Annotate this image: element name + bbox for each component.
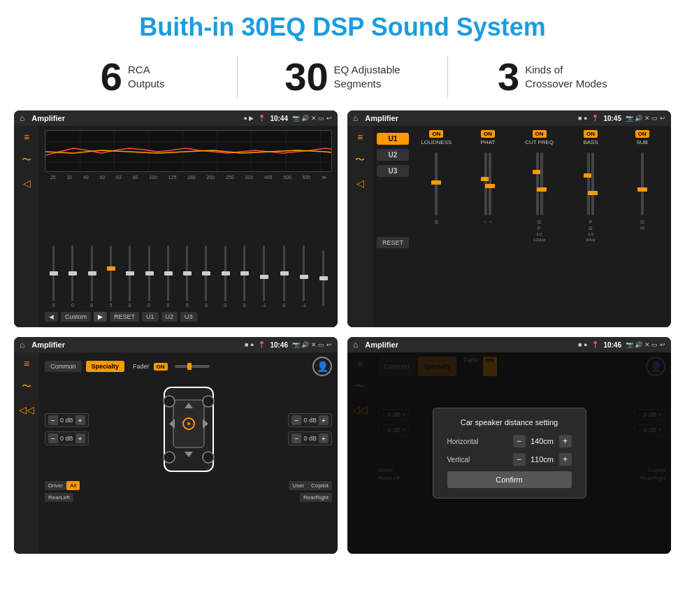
amp2-cutfreq-channel: ON CUT FREQ G F [514, 130, 564, 323]
amp2-u3-btn[interactable]: U3 [377, 165, 409, 177]
vol-rl-val: 0 dB [60, 435, 73, 442]
amp2-vol-icon[interactable]: ◁ [356, 178, 364, 189]
fader-tab-specialty[interactable]: Specialty [86, 361, 125, 372]
home-icon-4[interactable]: ⌂ [353, 340, 358, 350]
amp2-wave-icon[interactable]: 〜 [355, 154, 365, 166]
status-icons-3: 📷 🔊 ✕ ▭ ↩ [292, 341, 332, 348]
horizontal-label: Horizontal [447, 438, 489, 445]
eq-slider-6: 0 [166, 245, 169, 308]
vertical-minus-btn[interactable]: − [513, 453, 526, 466]
status-bar-2: ⌂ Amplifier ■ ● 📍 10:45 📷 🔊 ✕ ▭ ↩ [347, 110, 671, 126]
eq-u3-btn[interactable]: U3 [180, 312, 197, 322]
vol-rr-plus[interactable]: + [319, 434, 329, 443]
stat-label-crossover-2: Crossover Modes [525, 77, 607, 91]
driver-btn[interactable]: Driver [45, 481, 66, 490]
vertical-plus-btn[interactable]: + [559, 453, 572, 466]
svg-point-9 [203, 396, 214, 407]
amp2-bass-channel: ON BASS F G 3 [566, 130, 616, 323]
location-icon-4: 📍 [591, 341, 599, 348]
eq-slider-0: 0 [52, 245, 55, 308]
screen1-indicators: ● ▶ [243, 115, 254, 122]
dialog-screen-content: ≡ 〜 ◁◁ Common Specialty Fader ON 👤 [347, 352, 671, 554]
home-icon-2[interactable]: ⌂ [353, 113, 358, 123]
status-icons-2: 📷 🔊 ✕ ▭ ↩ [626, 115, 665, 122]
amp2-loudness-channel: ON LOUDNESS G [412, 130, 461, 323]
sub-slider-1[interactable] [641, 152, 644, 215]
cutfreq-slider-1[interactable] [536, 152, 539, 215]
vol-fr-val: 0 dB [303, 417, 317, 424]
eq-slider-9: 0 [224, 245, 226, 308]
vol-rl-minus[interactable]: − [48, 434, 58, 443]
eq-slider-10: 0 [243, 245, 246, 308]
loudness-controls [435, 150, 438, 218]
vol-rr-minus[interactable]: − [291, 434, 301, 443]
rearright-btn[interactable]: RearRight [300, 493, 332, 502]
stat-label-crossover-1: Kinds of [525, 63, 607, 77]
bass-slider-2[interactable] [591, 152, 594, 215]
vol-fr-minus[interactable]: − [291, 415, 301, 425]
amp2-eq-icon[interactable]: ≡ [357, 131, 363, 143]
vol-rl-plus[interactable]: + [75, 434, 85, 443]
page-title: Buith-in 30EQ DSP Sound System [0, 0, 685, 49]
rearleft-btn[interactable]: RearLeft [45, 493, 73, 502]
fader-wave-icon[interactable]: 〜 [22, 380, 31, 393]
bass-controls [587, 150, 594, 218]
stat-rca: 6 RCA Outputs [42, 57, 223, 96]
loudness-on-badge: ON [429, 130, 443, 138]
vol-box-fr: − 0 dB + [288, 413, 332, 427]
fader-slider[interactable] [175, 365, 210, 368]
screen2-time: 10:45 [603, 115, 621, 122]
eq-custom-btn[interactable]: Custom [61, 312, 91, 322]
eq-u1-btn[interactable]: U1 [142, 312, 159, 322]
eq-icon[interactable]: ≡ [24, 131, 29, 143]
eq-bottom-bar: ◀ Custom ▶ RESET U1 U2 U3 [45, 309, 332, 323]
bass-on-badge: ON [584, 130, 598, 138]
eq-prev-btn[interactable]: ◀ [45, 312, 58, 322]
amp2-u2-btn[interactable]: U2 [377, 149, 409, 161]
confirm-btn[interactable]: Confirm [447, 471, 572, 488]
fader-tab-common[interactable]: Common [45, 361, 82, 372]
user-btn[interactable]: User [289, 481, 308, 490]
eq-play-btn[interactable]: ▶ [94, 312, 107, 322]
volume-icon[interactable]: ◁ [23, 178, 31, 189]
vol-fl-plus[interactable]: + [75, 415, 85, 425]
fader-side-icons: ≡ 〜 ◁◁ [14, 352, 39, 554]
horizontal-plus-btn[interactable]: + [559, 435, 572, 447]
stat-crossover: 3 Kinds of Crossover Modes [462, 57, 643, 96]
horizontal-minus-btn[interactable]: − [513, 435, 526, 447]
all-btn[interactable]: All [66, 481, 80, 490]
status-icons-1: 📷 🔊 ✕ ▭ ↩ [292, 115, 332, 122]
status-bar-4: ⌂ Amplifier ■ ● 📍 10:46 📷 🔊 ✕ ▭ ↩ [347, 337, 671, 352]
status-icons-4: 📷 🔊 ✕ ▭ ↩ [626, 341, 665, 348]
right-vol-controls: − 0 dB + − 0 dB + [288, 380, 332, 478]
svg-point-3 [187, 422, 190, 425]
horizontal-row: Horizontal − 140cm + [447, 435, 572, 447]
location-icon-2: 📍 [591, 115, 599, 122]
eq-u2-btn[interactable]: U2 [161, 312, 178, 322]
eq-reset-btn[interactable]: RESET [110, 312, 139, 322]
fader-eq-icon[interactable]: ≡ [24, 358, 29, 369]
fader-top-row: Common Specialty Fader ON 👤 [45, 357, 332, 376]
loudness-slider[interactable] [435, 152, 438, 215]
vertical-label: Vertical [447, 456, 489, 464]
screen1-time: 10:44 [270, 115, 288, 122]
copilot-btn[interactable]: Copilot [308, 481, 332, 490]
home-icon-1[interactable]: ⌂ [20, 113, 24, 123]
cutfreq-controls [536, 150, 543, 218]
stat-number-crossover: 3 [498, 57, 519, 96]
screen3-time: 10:46 [270, 341, 288, 349]
bass-slider-1[interactable] [587, 152, 590, 215]
sub-controls [641, 150, 644, 218]
fader-vol-icon[interactable]: ◁◁ [19, 404, 34, 415]
amp2-u1-btn[interactable]: U1 [377, 133, 409, 145]
amp2-reset-btn[interactable]: RESET [377, 237, 409, 248]
home-icon-3[interactable]: ⌂ [20, 340, 24, 350]
amp2-preset-btns: U1 U2 U3 RESET [377, 130, 409, 323]
vol-fr-plus[interactable]: + [319, 415, 329, 425]
phat-slider-2[interactable] [489, 152, 491, 215]
cutfreq-slider-2[interactable] [540, 152, 543, 215]
stat-label-eq-1: EQ Adjustable [334, 63, 401, 77]
vol-fl-minus[interactable]: − [48, 415, 58, 425]
wave-icon[interactable]: 〜 [22, 154, 31, 166]
vol-rr-val: 0 dB [303, 435, 317, 442]
